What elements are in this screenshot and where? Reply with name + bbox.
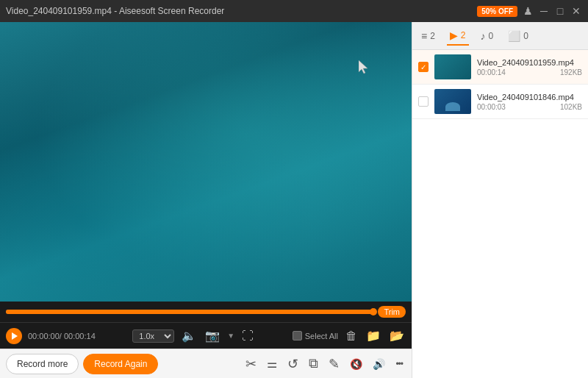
speed-select[interactable]: 1.0x 0.5x 0.75x 1.25x 1.5x 2.0x [132,329,174,343]
action-bar: Record more Record Again ✂ ⚌ ↺ ⧉ ✎ 🔇 🔊 •… [0,349,412,378]
title-bar-left: Video_240409101959.mp4 - Aiseesoft Scree… [6,6,224,16]
file-duration-1: 00:00:14 [477,68,506,76]
select-all-label[interactable]: Select All [305,332,338,340]
timeline-bar: Trim [0,302,412,322]
right-panel: ≡ 2 ▶ 2 ♪ 0 ⬜ 0 ✓ [412,22,588,378]
panel-tabs: ≡ 2 ▶ 2 ♪ 0 ⬜ 0 [412,22,588,50]
file-size-2: 102KB [560,103,582,111]
progress-thumb [370,308,377,315]
record-again-button[interactable]: Record Again [83,354,158,374]
file-checkbox-2[interactable] [418,96,429,107]
main-layout: Trim 00:00:00/ 00:00:14 1.0x 0.5x 0.75x … [0,22,588,378]
image-tab-icon: ⬜ [508,30,520,42]
progress-fill [6,310,373,314]
progress-track[interactable] [6,310,373,314]
file-thumb-1 [434,54,471,79]
controls-bar: 00:00:00/ 00:00:14 1.0x 0.5x 0.75x 1.25x… [0,322,412,349]
equalizer-icon[interactable]: ⚌ [264,355,280,372]
file-list: ✓ Video_240409101959.mp4 00:00:14 192KB [412,50,588,378]
trash-icon[interactable]: 🗑 [344,328,359,344]
tab-video[interactable]: ▶ 2 [447,26,469,46]
file-name-2: Video_240409101846.mp4 [477,93,582,101]
cursor-indicator [359,60,370,77]
volume-icon[interactable]: 🔈 [180,327,198,344]
play-button[interactable] [6,328,22,344]
title-bar: Video_240409101959.mp4 - Aiseesoft Scree… [0,0,588,22]
camera-dropdown-icon[interactable]: ▼ [227,332,234,340]
image-count: 0 [523,31,528,41]
close-button[interactable]: ✕ [570,5,582,17]
svg-marker-0 [359,60,368,74]
volume-down-icon[interactable]: 🔊 [370,357,388,371]
file-meta-2: 00:00:03 102KB [477,103,582,111]
list-count: 2 [430,31,435,41]
scissors-icon[interactable]: ✂ [243,354,259,374]
minimize-button[interactable]: ─ [538,5,550,17]
app-title: Video_240409101959.mp4 - Aiseesoft Scree… [6,6,224,16]
file-size-1: 192KB [560,68,582,76]
folder-icon[interactable]: 📁 [365,327,382,344]
list-icon: ≡ [421,30,427,42]
file-info-1: Video_240409101959.mp4 00:00:14 192KB [477,58,582,76]
file-checkbox-1[interactable]: ✓ [418,62,429,72]
more-options-icon[interactable]: ••• [392,357,406,371]
maximize-button[interactable]: □ [554,5,566,17]
file-duration-2: 00:00:03 [477,103,506,111]
copy-icon[interactable]: ⧉ [306,354,321,373]
file-meta-1: 00:00:14 192KB [477,68,582,76]
video-player[interactable] [0,22,412,302]
list-item[interactable]: Video_240409101846.mp4 00:00:03 102KB [412,85,588,119]
fullscreen-icon[interactable]: ⛶ [240,328,255,344]
select-all-checkbox[interactable] [293,331,302,340]
user-icon-btn[interactable]: ♟ [522,5,534,17]
title-bar-right: 50% OFF ♟ ─ □ ✕ [477,5,582,17]
camera-icon[interactable]: 📷 [204,327,221,344]
mute-icon[interactable]: 🔇 [347,357,365,371]
file-name-1: Video_240409101959.mp4 [477,58,582,67]
video-area: Trim 00:00:00/ 00:00:14 1.0x 0.5x 0.75x … [0,22,412,378]
gift-badge[interactable]: 50% OFF [477,6,517,17]
audio-tab-icon: ♪ [481,30,486,42]
record-more-button[interactable]: Record more [6,354,79,374]
tab-list[interactable]: ≡ 2 [418,27,438,45]
refresh-icon[interactable]: ↺ [284,354,301,374]
folder-open-icon[interactable]: 📂 [388,327,406,344]
tab-image[interactable]: ⬜ 0 [505,27,531,45]
edit-icon[interactable]: ✎ [326,354,343,374]
tab-audio[interactable]: ♪ 0 [478,27,497,45]
video-count: 2 [461,30,466,40]
file-thumb-2 [434,89,471,114]
video-tab-icon: ▶ [450,29,458,41]
audio-count: 0 [489,31,494,41]
file-info-2: Video_240409101846.mp4 00:00:03 102KB [477,93,582,111]
select-all-area: Select All [293,331,338,340]
trim-button[interactable]: Trim [378,306,406,318]
list-item[interactable]: ✓ Video_240409101959.mp4 00:00:14 192KB [412,50,588,85]
time-display: 00:00:00/ 00:00:14 [28,332,96,340]
